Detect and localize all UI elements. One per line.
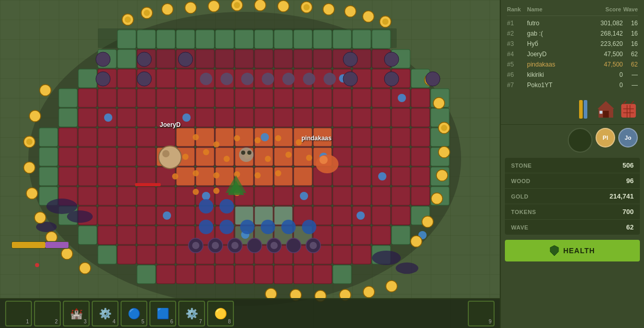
svg-rect-77	[196, 108, 214, 127]
svg-point-236	[104, 113, 112, 122]
svg-rect-105	[333, 128, 351, 146]
svg-point-335	[384, 52, 399, 67]
svg-rect-178	[137, 206, 156, 225]
svg-rect-36	[157, 69, 175, 88]
avatar-pi[interactable]: Pl	[596, 128, 615, 147]
toolbar-slot-1[interactable]: 1	[5, 301, 32, 326]
health-button[interactable]: HEALTH	[505, 240, 640, 261]
shield-icon	[550, 245, 559, 256]
toolbar-slot-7[interactable]: ⚙️ 7	[178, 301, 205, 326]
score-2: 268,142	[601, 30, 623, 37]
svg-point-322	[319, 156, 328, 164]
toolbar-slot-2[interactable]: 2	[34, 301, 61, 326]
svg-rect-229	[215, 265, 234, 284]
svg-rect-328	[135, 183, 161, 186]
svg-rect-55	[157, 89, 175, 107]
svg-rect-9	[255, 30, 273, 48]
svg-rect-13	[333, 30, 351, 48]
toolbar-slot-9[interactable]: 9	[468, 301, 495, 326]
svg-text:pindakaas: pindakaas	[301, 135, 332, 142]
svg-point-353	[261, 220, 275, 234]
svg-point-331	[96, 52, 110, 67]
wave-6: —	[625, 71, 638, 78]
svg-rect-233	[294, 265, 312, 284]
svg-rect-57	[196, 89, 214, 107]
svg-point-354	[281, 220, 296, 234]
toolbar-slot-3[interactable]: 🏰 3	[63, 301, 90, 326]
svg-rect-122	[255, 147, 273, 166]
svg-rect-194	[98, 226, 116, 244]
svg-rect-21	[196, 50, 214, 68]
stats-panel: STONE 506 WOOD 96 GOLD 214,741 TOKENS 70…	[505, 158, 640, 235]
svg-point-367	[310, 242, 317, 249]
svg-rect-62	[294, 89, 312, 107]
slot-icon-3: 🏰	[70, 307, 83, 320]
basket-tool[interactable]	[619, 99, 638, 120]
svg-point-245	[163, 211, 171, 220]
svg-point-308	[35, 212, 46, 223]
slot-number-2: 2	[55, 319, 58, 324]
svg-point-339	[384, 72, 399, 86]
svg-rect-134	[78, 167, 97, 186]
svg-rect-225	[137, 265, 156, 284]
health-label: HEALTH	[563, 247, 595, 255]
svg-point-336	[96, 72, 110, 86]
svg-point-355	[302, 220, 316, 234]
toolbar-slot-8[interactable]: 🟡 8	[207, 301, 234, 326]
mini-map-button[interactable]	[568, 128, 592, 153]
svg-rect-71	[78, 108, 97, 127]
svg-rect-54	[137, 89, 156, 107]
svg-point-249	[193, 134, 199, 140]
svg-point-263	[193, 170, 199, 176]
header-score: Score	[605, 6, 621, 12]
svg-rect-10	[274, 30, 293, 48]
svg-rect-165	[274, 187, 293, 205]
slot-number-9: 9	[488, 319, 492, 324]
svg-point-317	[441, 125, 447, 131]
avatar-jo[interactable]: Jo	[618, 128, 638, 147]
svg-point-261	[306, 155, 312, 161]
slot-number-7: 7	[199, 319, 202, 324]
rank-6: #6	[507, 71, 525, 78]
score-4: 47,500	[604, 51, 623, 58]
toolbar-slot-4[interactable]: ⚙️ 4	[92, 301, 118, 326]
cylinder-tool[interactable]	[574, 99, 592, 120]
score-1: 301,082	[601, 20, 623, 27]
svg-rect-66	[372, 89, 391, 107]
svg-rect-19	[157, 50, 175, 68]
toolbar-slot-5[interactable]: 🔵 5	[121, 301, 147, 326]
svg-point-315	[303, 4, 310, 10]
svg-point-338	[343, 72, 358, 86]
game-area[interactable]: JoeryD pindakaas	[0, 0, 500, 328]
slot-icon-4: ⚙️	[99, 307, 112, 320]
svg-rect-235	[333, 265, 351, 284]
rank-7: #7	[507, 81, 525, 89]
name-5: pindakaas	[527, 61, 602, 68]
svg-rect-136	[117, 167, 136, 186]
svg-point-264	[213, 172, 219, 178]
house-tool[interactable]	[597, 99, 615, 120]
svg-rect-168	[333, 187, 351, 205]
gold-label: GOLD	[511, 193, 529, 200]
svg-point-342	[221, 73, 233, 85]
wave-5: 62	[625, 61, 638, 68]
svg-point-283	[278, 1, 289, 12]
svg-point-307	[26, 188, 38, 199]
svg-rect-17	[117, 50, 136, 68]
svg-rect-53	[117, 89, 136, 107]
svg-rect-78	[215, 108, 234, 127]
svg-rect-68	[411, 89, 430, 107]
svg-point-348	[199, 199, 213, 214]
svg-rect-148	[352, 167, 371, 186]
svg-rect-87	[392, 108, 410, 127]
svg-rect-23	[235, 50, 253, 68]
svg-rect-207	[352, 226, 371, 244]
svg-point-350	[199, 220, 213, 234]
svg-rect-86	[372, 108, 391, 127]
toolbar-slot-6[interactable]: 🟦 6	[149, 301, 176, 326]
svg-point-269	[213, 188, 219, 194]
rank-2: #2	[507, 30, 525, 37]
gold-stat: GOLD 214,741	[505, 189, 640, 204]
svg-rect-94	[117, 128, 136, 146]
svg-rect-211	[117, 245, 136, 264]
